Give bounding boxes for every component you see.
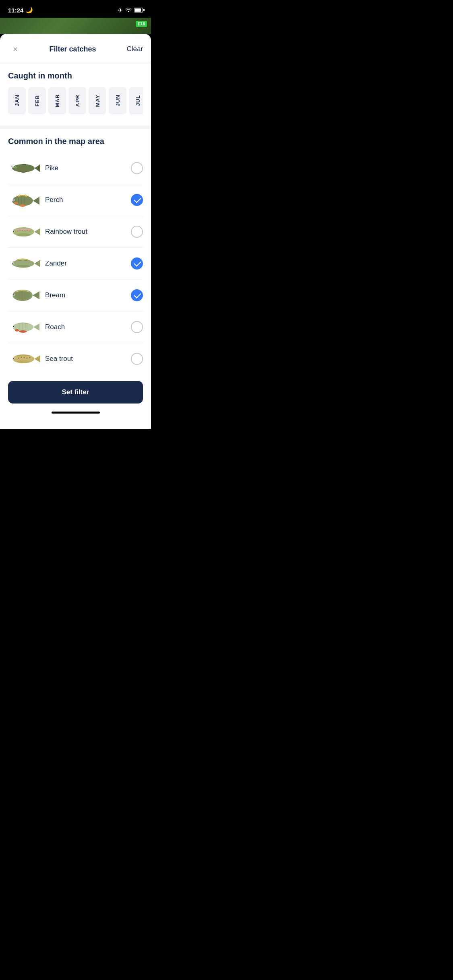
- fish-item-bream[interactable]: Bream: [8, 280, 143, 311]
- svg-point-4: [12, 167, 13, 167]
- wifi-icon: [125, 7, 132, 13]
- filter-modal: × Filter catches Clear Caught in month J…: [0, 34, 151, 429]
- fish-image-perch: [8, 190, 40, 210]
- svg-point-42: [13, 326, 14, 327]
- month-chip-apr[interactable]: APR: [68, 87, 86, 114]
- svg-point-21: [20, 230, 21, 231]
- status-icons: ✈: [118, 6, 143, 14]
- fish-image-rainbow-trout: [8, 222, 40, 242]
- month-chip-jul[interactable]: JUL: [129, 87, 143, 114]
- fish-item-zander[interactable]: Zander: [8, 248, 143, 280]
- svg-marker-27: [34, 260, 40, 267]
- fish-name-rainbow-trout: Rainbow trout: [45, 228, 131, 236]
- fish-item-perch[interactable]: Perch: [8, 184, 143, 216]
- svg-point-29: [12, 263, 13, 264]
- fish-item-rainbow-trout[interactable]: Rainbow trout: [8, 216, 143, 248]
- map-background: E18: [0, 18, 151, 34]
- fish-image-pike: [8, 158, 40, 178]
- fish-item-pike[interactable]: Pike: [8, 152, 143, 184]
- map-badge: E18: [136, 21, 147, 27]
- fish-list: Pike Perch Rainbow trout Zander: [0, 152, 151, 375]
- svg-marker-16: [34, 228, 40, 235]
- svg-marker-49: [34, 355, 40, 362]
- fish-section: Common in the map area: [0, 129, 151, 146]
- svg-point-2: [14, 166, 17, 169]
- month-section: Caught in month JANFEBMARAPRMAYJUNJULAUG…: [0, 63, 151, 116]
- fish-image-sea-trout: [8, 349, 40, 369]
- month-chip-jun[interactable]: JUN: [109, 87, 126, 114]
- month-section-title: Caught in month: [8, 71, 143, 80]
- svg-point-51: [13, 358, 14, 359]
- section-divider: [0, 126, 151, 129]
- fish-item-sea-trout[interactable]: Sea trout: [8, 343, 143, 375]
- fish-name-roach: Roach: [45, 323, 131, 331]
- moon-icon: 🌙: [25, 6, 33, 14]
- fish-image-roach: [8, 317, 40, 337]
- fish-item-roach[interactable]: Roach: [8, 311, 143, 343]
- month-chip-mar[interactable]: MAR: [48, 87, 66, 114]
- svg-point-9: [13, 200, 14, 201]
- svg-point-25: [29, 231, 31, 232]
- home-indicator: [0, 408, 151, 415]
- fish-image-zander: [8, 253, 40, 274]
- fish-checkbox-rainbow-trout[interactable]: [131, 226, 143, 238]
- fish-name-pike: Pike: [45, 164, 131, 172]
- svg-point-33: [14, 291, 31, 300]
- month-chip-may[interactable]: MAY: [89, 87, 106, 114]
- close-button[interactable]: ×: [8, 42, 23, 56]
- fish-image-bream: [8, 285, 40, 305]
- fish-name-sea-trout: Sea trout: [45, 355, 131, 363]
- fish-checkbox-perch[interactable]: [131, 194, 143, 206]
- svg-point-54: [24, 357, 25, 358]
- svg-point-53: [21, 357, 22, 358]
- svg-marker-32: [33, 291, 39, 299]
- fish-checkbox-pike[interactable]: [131, 162, 143, 174]
- svg-point-18: [13, 231, 14, 232]
- svg-point-43: [15, 329, 19, 331]
- status-time: 11:24 🌙: [8, 6, 33, 14]
- fish-name-bream: Bream: [45, 291, 131, 299]
- svg-point-56: [29, 357, 31, 358]
- modal-title: Filter catches: [23, 45, 123, 54]
- month-chip-feb[interactable]: FEB: [28, 87, 46, 114]
- month-picker: JANFEBMARAPRMAYJUNJULAUGSEPOCTNOVDEC: [8, 87, 143, 116]
- airplane-icon: ✈: [118, 6, 123, 14]
- time-display: 11:24: [8, 7, 23, 14]
- fish-checkbox-roach[interactable]: [131, 321, 143, 333]
- fish-checkbox-zander[interactable]: [131, 257, 143, 270]
- svg-point-23: [25, 231, 26, 232]
- fish-name-zander: Zander: [45, 259, 131, 268]
- set-filter-button[interactable]: Set filter: [8, 381, 143, 404]
- fish-checkbox-sea-trout[interactable]: [131, 353, 143, 365]
- svg-point-52: [18, 358, 19, 359]
- status-bar: 11:24 🌙 ✈: [0, 0, 151, 18]
- modal-header: × Filter catches Clear: [0, 34, 151, 63]
- svg-marker-1: [35, 164, 40, 172]
- svg-point-10: [14, 202, 19, 204]
- fish-name-perch: Perch: [45, 196, 131, 204]
- svg-point-19: [16, 233, 31, 237]
- fish-section-title: Common in the map area: [8, 137, 143, 146]
- svg-point-44: [19, 330, 27, 333]
- svg-point-24: [27, 230, 28, 231]
- svg-point-11: [19, 204, 26, 207]
- svg-point-55: [27, 358, 28, 359]
- home-indicator-bar: [52, 412, 100, 414]
- battery-icon: [134, 8, 143, 12]
- svg-marker-40: [33, 323, 39, 331]
- svg-point-35: [13, 294, 14, 296]
- month-chip-jan[interactable]: JAN: [8, 87, 26, 114]
- svg-point-20: [17, 231, 19, 232]
- svg-point-57: [17, 360, 30, 363]
- svg-marker-7: [33, 197, 39, 205]
- close-icon: ×: [13, 45, 18, 53]
- fish-checkbox-bream[interactable]: [131, 289, 143, 301]
- svg-point-30: [17, 265, 30, 268]
- svg-point-22: [22, 230, 23, 231]
- clear-button[interactable]: Clear: [123, 45, 143, 53]
